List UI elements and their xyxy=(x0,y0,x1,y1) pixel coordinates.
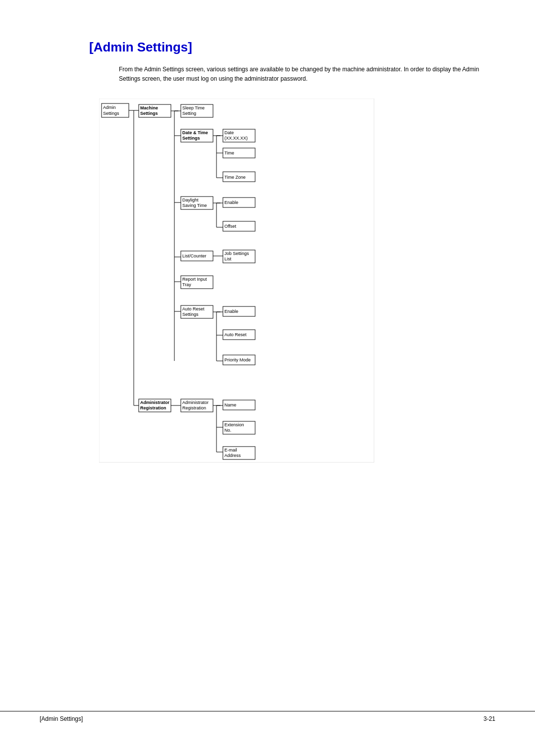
svg-text:Name: Name xyxy=(224,403,236,407)
svg-text:Enable: Enable xyxy=(224,309,238,314)
page-footer: [Admin Settings] 3-21 xyxy=(0,711,535,726)
svg-text:Auto Reset: Auto Reset xyxy=(224,332,247,337)
footer-left-text: [Admin Settings] xyxy=(40,715,83,722)
svg-text:Admin: Admin xyxy=(103,105,116,110)
svg-text:Registration: Registration xyxy=(140,405,166,410)
tree-diagram: Admin Settings Machine Settings Sleep Ti… xyxy=(99,99,376,465)
svg-text:Registration: Registration xyxy=(182,405,206,410)
svg-text:List: List xyxy=(224,256,232,261)
svg-text:Enable: Enable xyxy=(224,200,238,205)
svg-text:E-mail: E-mail xyxy=(224,448,237,453)
svg-text:Date & Time: Date & Time xyxy=(182,130,208,135)
svg-text:Report Input: Report Input xyxy=(182,277,207,282)
svg-text:Settings: Settings xyxy=(182,312,199,317)
svg-text:Machine: Machine xyxy=(140,105,158,110)
svg-text:Settings: Settings xyxy=(140,111,158,116)
svg-text:Offset: Offset xyxy=(224,224,236,229)
intro-text: From the Admin Settings screen, various … xyxy=(119,65,485,84)
svg-text:Settings: Settings xyxy=(182,136,200,141)
svg-text:Priority Mode: Priority Mode xyxy=(224,357,251,362)
svg-text:Administrator: Administrator xyxy=(140,400,170,405)
svg-text:Sleep Time: Sleep Time xyxy=(182,105,205,110)
svg-text:Address: Address xyxy=(224,453,241,458)
svg-text:Setting: Setting xyxy=(182,111,196,116)
page-container: [Admin Settings] From the Admin Settings… xyxy=(0,0,535,756)
footer-right-text: 3-21 xyxy=(483,715,495,722)
page-title: [Admin Settings] xyxy=(89,40,485,55)
svg-text:Saving Time: Saving Time xyxy=(182,203,207,208)
svg-text:Settings: Settings xyxy=(103,111,119,116)
svg-text:Job Settings: Job Settings xyxy=(224,251,249,256)
svg-text:Extension: Extension xyxy=(224,422,244,427)
svg-text:Time Zone: Time Zone xyxy=(224,175,246,180)
svg-text:List/Counter: List/Counter xyxy=(182,253,207,258)
svg-text:Time: Time xyxy=(224,151,234,155)
svg-text:(XX.XX.XX): (XX.XX.XX) xyxy=(224,136,248,141)
svg-text:Daylight: Daylight xyxy=(182,198,199,202)
svg-text:No.: No. xyxy=(224,428,231,433)
svg-text:Administrator: Administrator xyxy=(182,400,209,405)
svg-text:Auto Reset: Auto Reset xyxy=(182,306,205,311)
svg-text:Tray: Tray xyxy=(182,282,191,287)
svg-text:Date: Date xyxy=(224,130,234,135)
